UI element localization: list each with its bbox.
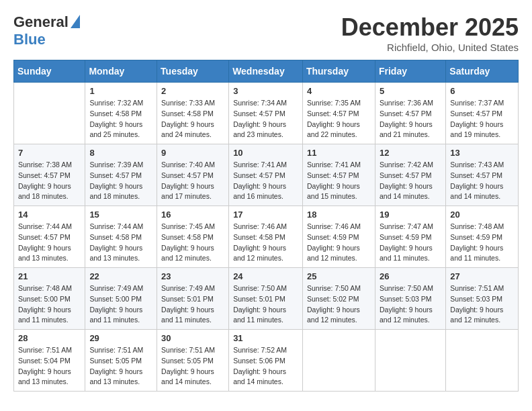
day-info: Sunrise: 7:34 AMSunset: 4:57 PMDaylight:… — [233, 98, 298, 140]
day-info: Sunrise: 7:52 AMSunset: 5:06 PMDaylight:… — [233, 345, 298, 387]
logo-triangle-icon — [71, 15, 80, 28]
calendar-cell: 23Sunrise: 7:49 AMSunset: 5:01 PMDayligh… — [157, 268, 229, 330]
calendar-cell: 30Sunrise: 7:51 AMSunset: 5:05 PMDayligh… — [157, 330, 229, 392]
calendar-cell: 24Sunrise: 7:50 AMSunset: 5:01 PMDayligh… — [229, 268, 303, 330]
calendar-cell: 8Sunrise: 7:39 AMSunset: 4:57 PMDaylight… — [85, 144, 157, 206]
day-info: Sunrise: 7:37 AMSunset: 4:57 PMDaylight:… — [450, 98, 514, 140]
day-number: 15 — [89, 210, 152, 220]
day-number: 22 — [89, 271, 152, 281]
page-header: General Blue December 2025 Richfield, Oh… — [13, 13, 519, 53]
calendar-cell: 13Sunrise: 7:43 AMSunset: 4:57 PMDayligh… — [446, 144, 519, 206]
calendar-cell: 28Sunrise: 7:51 AMSunset: 5:04 PMDayligh… — [14, 330, 85, 392]
day-info: Sunrise: 7:39 AMSunset: 4:57 PMDaylight:… — [89, 160, 152, 202]
calendar-cell: 16Sunrise: 7:45 AMSunset: 4:58 PMDayligh… — [157, 206, 229, 268]
calendar-cell: 15Sunrise: 7:44 AMSunset: 4:58 PMDayligh… — [85, 206, 157, 268]
calendar-cell: 6Sunrise: 7:37 AMSunset: 4:57 PMDaylight… — [446, 83, 519, 144]
calendar-week-row: 14Sunrise: 7:44 AMSunset: 4:57 PMDayligh… — [14, 206, 519, 268]
calendar-cell: 17Sunrise: 7:46 AMSunset: 4:58 PMDayligh… — [229, 206, 303, 268]
calendar-cell: 12Sunrise: 7:42 AMSunset: 4:57 PMDayligh… — [375, 144, 445, 206]
calendar-cell: 3Sunrise: 7:34 AMSunset: 4:57 PMDaylight… — [229, 83, 303, 144]
day-info: Sunrise: 7:41 AMSunset: 4:57 PMDaylight:… — [307, 160, 371, 202]
calendar-cell: 10Sunrise: 7:41 AMSunset: 4:57 PMDayligh… — [229, 144, 303, 206]
day-number: 29 — [89, 333, 152, 343]
logo-blue-text: Blue — [13, 31, 46, 48]
weekday-header-thursday: Thursday — [302, 60, 375, 83]
day-info: Sunrise: 7:49 AMSunset: 5:00 PMDaylight:… — [89, 283, 152, 326]
day-number: 1 — [89, 86, 152, 96]
day-info: Sunrise: 7:51 AMSunset: 5:04 PMDaylight:… — [18, 345, 81, 387]
calendar-cell: 29Sunrise: 7:51 AMSunset: 5:05 PMDayligh… — [85, 330, 157, 392]
weekday-header-row: SundayMondayTuesdayWednesdayThursdayFrid… — [14, 60, 519, 83]
day-info: Sunrise: 7:44 AMSunset: 4:58 PMDaylight:… — [89, 222, 152, 264]
day-number: 19 — [380, 210, 441, 220]
logo-general-text: General — [13, 13, 69, 31]
calendar-cell: 9Sunrise: 7:40 AMSunset: 4:57 PMDaylight… — [157, 144, 229, 206]
day-info: Sunrise: 7:49 AMSunset: 5:01 PMDaylight:… — [161, 283, 224, 326]
day-info: Sunrise: 7:47 AMSunset: 4:59 PMDaylight:… — [380, 222, 441, 264]
day-number: 16 — [161, 210, 224, 220]
day-number: 3 — [233, 86, 298, 96]
day-number: 17 — [233, 210, 298, 220]
day-info: Sunrise: 7:44 AMSunset: 4:57 PMDaylight:… — [18, 222, 81, 264]
calendar-cell: 1Sunrise: 7:32 AMSunset: 4:58 PMDaylight… — [85, 83, 157, 144]
day-number: 9 — [161, 148, 224, 158]
logo: General Blue — [13, 13, 80, 48]
weekday-header-friday: Friday — [375, 60, 445, 83]
calendar-cell: 20Sunrise: 7:48 AMSunset: 4:59 PMDayligh… — [446, 206, 519, 268]
weekday-header-saturday: Saturday — [446, 60, 519, 83]
calendar-table: SundayMondayTuesdayWednesdayThursdayFrid… — [13, 60, 519, 392]
day-info: Sunrise: 7:42 AMSunset: 4:57 PMDaylight:… — [380, 160, 441, 202]
title-block: December 2025 Richfield, Ohio, United St… — [341, 13, 519, 53]
day-number: 30 — [161, 333, 224, 343]
day-number: 27 — [450, 271, 514, 281]
day-info: Sunrise: 7:40 AMSunset: 4:57 PMDaylight:… — [161, 160, 224, 202]
calendar-week-row: 28Sunrise: 7:51 AMSunset: 5:04 PMDayligh… — [14, 330, 519, 392]
day-number: 18 — [307, 210, 371, 220]
day-info: Sunrise: 7:50 AMSunset: 5:03 PMDaylight:… — [380, 283, 441, 326]
day-number: 28 — [18, 333, 81, 343]
day-info: Sunrise: 7:33 AMSunset: 4:58 PMDaylight:… — [161, 98, 224, 140]
calendar-cell: 25Sunrise: 7:50 AMSunset: 5:02 PMDayligh… — [302, 268, 375, 330]
day-number: 24 — [233, 271, 298, 281]
calendar-cell — [446, 330, 519, 392]
day-number: 4 — [307, 86, 371, 96]
day-number: 31 — [233, 333, 298, 343]
calendar-cell — [302, 330, 375, 392]
calendar-cell: 18Sunrise: 7:46 AMSunset: 4:59 PMDayligh… — [302, 206, 375, 268]
calendar-cell: 27Sunrise: 7:51 AMSunset: 5:03 PMDayligh… — [446, 268, 519, 330]
day-number: 14 — [18, 210, 81, 220]
day-info: Sunrise: 7:46 AMSunset: 4:58 PMDaylight:… — [233, 222, 298, 264]
day-info: Sunrise: 7:43 AMSunset: 4:57 PMDaylight:… — [450, 160, 514, 202]
calendar-cell: 26Sunrise: 7:50 AMSunset: 5:03 PMDayligh… — [375, 268, 445, 330]
calendar-week-row: 21Sunrise: 7:48 AMSunset: 5:00 PMDayligh… — [14, 268, 519, 330]
day-number: 26 — [380, 271, 441, 281]
day-info: Sunrise: 7:38 AMSunset: 4:57 PMDaylight:… — [18, 160, 81, 202]
calendar-cell: 7Sunrise: 7:38 AMSunset: 4:57 PMDaylight… — [14, 144, 85, 206]
day-number: 5 — [380, 86, 441, 96]
day-info: Sunrise: 7:51 AMSunset: 5:05 PMDaylight:… — [161, 345, 224, 387]
day-info: Sunrise: 7:41 AMSunset: 4:57 PMDaylight:… — [233, 160, 298, 202]
calendar-cell — [14, 83, 85, 144]
location-text: Richfield, Ohio, United States — [341, 42, 519, 53]
day-number: 12 — [380, 148, 441, 158]
calendar-cell: 2Sunrise: 7:33 AMSunset: 4:58 PMDaylight… — [157, 83, 229, 144]
day-number: 11 — [307, 148, 371, 158]
day-number: 25 — [307, 271, 371, 281]
day-info: Sunrise: 7:51 AMSunset: 5:03 PMDaylight:… — [450, 283, 514, 326]
day-info: Sunrise: 7:50 AMSunset: 5:01 PMDaylight:… — [233, 283, 298, 326]
weekday-header-monday: Monday — [85, 60, 157, 83]
calendar-cell: 31Sunrise: 7:52 AMSunset: 5:06 PMDayligh… — [229, 330, 303, 392]
day-number: 13 — [450, 148, 514, 158]
day-info: Sunrise: 7:51 AMSunset: 5:05 PMDaylight:… — [89, 345, 152, 387]
day-info: Sunrise: 7:48 AMSunset: 4:59 PMDaylight:… — [450, 222, 514, 264]
calendar-cell: 22Sunrise: 7:49 AMSunset: 5:00 PMDayligh… — [85, 268, 157, 330]
weekday-header-wednesday: Wednesday — [229, 60, 303, 83]
month-title: December 2025 — [341, 13, 519, 42]
day-info: Sunrise: 7:32 AMSunset: 4:58 PMDaylight:… — [89, 98, 152, 140]
calendar-cell: 11Sunrise: 7:41 AMSunset: 4:57 PMDayligh… — [302, 144, 375, 206]
day-number: 7 — [18, 148, 81, 158]
calendar-cell — [375, 330, 445, 392]
day-number: 8 — [89, 148, 152, 158]
calendar-cell: 19Sunrise: 7:47 AMSunset: 4:59 PMDayligh… — [375, 206, 445, 268]
day-number: 6 — [450, 86, 514, 96]
